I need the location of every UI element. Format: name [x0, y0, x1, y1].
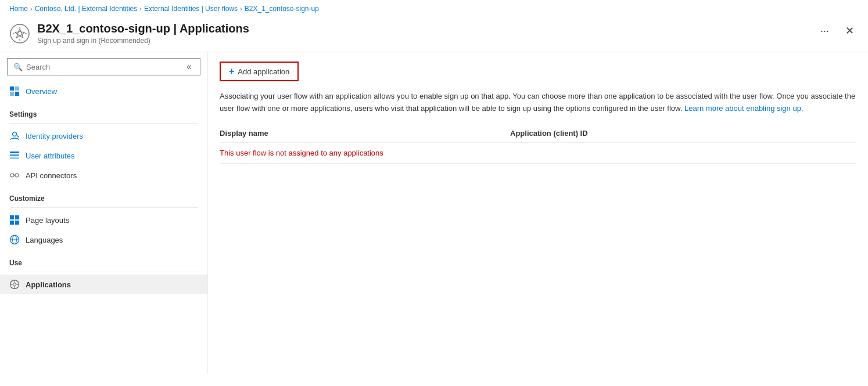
- applications-icon: [9, 279, 20, 290]
- collapse-button[interactable]: «: [184, 62, 194, 72]
- settings-divider: [9, 123, 198, 124]
- overview-icon: [9, 86, 20, 96]
- learn-more-link[interactable]: Learn more about enabling sign up.: [684, 104, 804, 113]
- empty-message: This user flow is not assigned to any ap…: [220, 149, 383, 157]
- sidebar-item-languages[interactable]: Languages: [0, 230, 207, 250]
- table-col1-header: Display name: [220, 129, 510, 138]
- table-col2-header: Application (client) ID: [510, 129, 856, 138]
- page-subtitle: Sign up and sign in (Recommended): [37, 37, 249, 45]
- languages-icon: [9, 235, 20, 245]
- search-bar[interactable]: 🔍 «: [7, 58, 200, 75]
- page-header: B2X_1_contoso-sign-up | Applications Sig…: [0, 17, 868, 52]
- sidebar-item-page-layouts[interactable]: Page layouts: [0, 210, 207, 230]
- sidebar-item-user-attributes[interactable]: User attributes: [0, 146, 207, 165]
- sidebar-item-label-user-attributes: User attributes: [26, 151, 75, 160]
- svg-rect-6: [10, 86, 14, 91]
- svg-rect-12: [10, 154, 19, 156]
- sidebar-item-label-api-connectors: API connectors: [26, 171, 77, 180]
- svg-rect-13: [10, 157, 19, 159]
- page-icon: [9, 23, 30, 44]
- svg-point-15: [15, 174, 19, 177]
- user-attributes-icon: [9, 150, 20, 161]
- svg-point-25: [13, 283, 16, 286]
- svg-point-1: [18, 31, 22, 35]
- search-icon: 🔍: [13, 63, 23, 71]
- breadcrumb-user-flows[interactable]: External Identities | User flows: [144, 5, 238, 13]
- svg-rect-7: [15, 86, 19, 91]
- search-input[interactable]: [26, 63, 181, 71]
- svg-rect-9: [15, 92, 19, 96]
- description-text: Associating your user flow with an appli…: [220, 91, 856, 115]
- sidebar-item-label-page-layouts: Page layouts: [26, 216, 69, 225]
- svg-rect-17: [10, 215, 14, 219]
- svg-rect-11: [10, 151, 19, 153]
- customize-section-title: Customize: [0, 187, 207, 205]
- add-application-label: Add application: [238, 67, 289, 76]
- ellipsis-button[interactable]: ···: [816, 23, 834, 39]
- sidebar: 🔍 « Overview Settings: [0, 52, 208, 374]
- breadcrumb: Home › Contoso, Ltd. | External Identiti…: [0, 0, 868, 17]
- svg-rect-20: [15, 221, 19, 225]
- breadcrumb-contoso[interactable]: Contoso, Ltd. | External Identities: [35, 5, 138, 13]
- content-area: + Add application Associating your user …: [208, 52, 868, 374]
- sidebar-item-label-applications: Applications: [26, 280, 71, 289]
- page-title: B2X_1_contoso-sign-up | Applications: [37, 22, 249, 35]
- settings-section-title: Settings: [0, 103, 207, 121]
- svg-rect-8: [10, 92, 14, 96]
- breadcrumb-b2x[interactable]: B2X_1_contoso-sign-up: [245, 5, 319, 13]
- svg-point-14: [10, 174, 14, 177]
- sidebar-item-label-overview: Overview: [26, 87, 57, 96]
- add-icon: +: [229, 66, 234, 77]
- use-section-title: Use: [0, 252, 207, 269]
- main-layout: 🔍 « Overview Settings: [0, 52, 868, 374]
- svg-rect-18: [15, 215, 19, 219]
- svg-rect-19: [10, 221, 14, 225]
- customize-divider: [9, 207, 198, 208]
- table-row-empty: This user flow is not assigned to any ap…: [220, 143, 856, 164]
- close-button[interactable]: ✕: [841, 22, 859, 39]
- sidebar-item-applications[interactable]: Applications: [0, 275, 207, 294]
- sidebar-item-api-connectors[interactable]: API connectors: [0, 165, 207, 185]
- table-header: Display name Application (client) ID: [220, 124, 856, 143]
- breadcrumb-home[interactable]: Home: [9, 5, 28, 13]
- page-layouts-icon: [9, 215, 20, 225]
- sidebar-item-identity-providers[interactable]: Identity providers: [0, 126, 207, 146]
- sidebar-item-label-identity-providers: Identity providers: [26, 132, 83, 140]
- header-actions: ··· ✕: [816, 22, 859, 39]
- sidebar-item-label-languages: Languages: [26, 236, 63, 244]
- sidebar-item-overview[interactable]: Overview: [0, 81, 207, 101]
- applications-table: Display name Application (client) ID Thi…: [220, 124, 856, 164]
- svg-point-10: [13, 132, 17, 136]
- header-left: B2X_1_contoso-sign-up | Applications Sig…: [9, 22, 249, 45]
- add-application-button[interactable]: + Add application: [220, 62, 299, 81]
- identity-icon: [9, 131, 20, 141]
- api-connectors-icon: [9, 170, 20, 181]
- use-divider: [9, 272, 198, 272]
- title-block: B2X_1_contoso-sign-up | Applications Sig…: [37, 22, 249, 45]
